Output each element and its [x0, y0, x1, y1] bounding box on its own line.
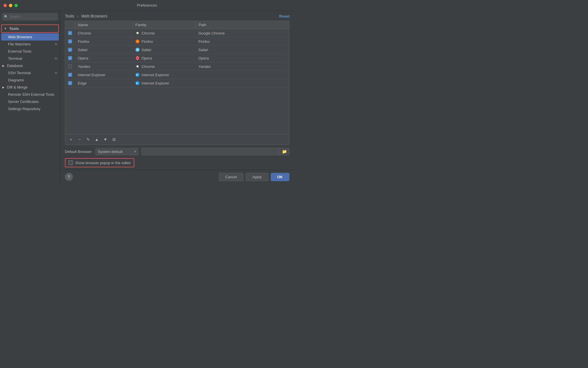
copy-browser-button[interactable]: ⧉ [111, 136, 117, 143]
row-family: Firefox [132, 37, 196, 46]
row-checkbox[interactable]: ✓ [68, 39, 72, 43]
help-button[interactable]: ? [65, 173, 73, 181]
ssh-terminal-copy-icon: ⧉ [55, 71, 57, 75]
breadcrumb-tools: Tools [65, 14, 74, 18]
svg-point-10 [137, 66, 138, 67]
database-arrow: ▶ [2, 64, 5, 67]
col-check [65, 21, 75, 29]
path-input-wrapper: 📁 [141, 148, 289, 155]
add-browser-button[interactable]: + [67, 136, 74, 143]
sidebar-item-server-certs-label: Server Certificates [8, 99, 39, 104]
row-path [196, 79, 289, 87]
row-checkbox-cell: ✓ [65, 79, 75, 87]
sidebar-item-diff-merge-label: Diff & Merge [7, 85, 28, 89]
row-name: Chrome [75, 29, 132, 37]
browser-table-area: Name Family Path ✓ Chrome Chrome [65, 21, 289, 145]
title-bar: Preferences [0, 0, 294, 11]
row-name: Opera [75, 54, 132, 62]
default-browser-row: Default Browser: System default Chrome F… [65, 148, 289, 155]
default-browser-select-wrapper: System default Chrome Firefox Safari Ope… [95, 148, 138, 155]
window-controls [3, 4, 18, 7]
table-scroll: Name Family Path ✓ Chrome Chrome [65, 21, 289, 134]
remove-browser-button[interactable]: − [76, 136, 83, 143]
sidebar-item-settings-repo-label: Settings Repository [8, 107, 40, 111]
sidebar-item-terminal[interactable]: Terminal ⧉ [0, 55, 60, 62]
row-path [196, 71, 289, 79]
table-row[interactable]: ✓ Opera Opera Opera [65, 54, 289, 62]
row-checkbox-cell [65, 62, 75, 71]
row-path: Google Chrome [196, 29, 289, 37]
window-title: Preferences [137, 3, 157, 7]
row-family: e Internet Explorer [132, 79, 196, 87]
dialog-footer: ? Cancel Apply OK [60, 170, 294, 184]
sidebar-item-file-watchers-label: File Watchers [8, 42, 31, 46]
browser-path-input[interactable] [142, 148, 279, 155]
close-button[interactable] [3, 4, 7, 7]
file-watchers-copy-icon: ⧉ [55, 42, 57, 46]
row-checkbox[interactable]: ✓ [68, 81, 72, 85]
svg-text:e: e [136, 73, 138, 76]
row-family: Safari [132, 46, 196, 54]
move-down-button[interactable]: ▼ [102, 136, 109, 143]
table-row[interactable]: ✓ Safari Safari Safari [65, 46, 289, 54]
table-row[interactable]: ✓ Internet Explorer e Internet Explorer [65, 71, 289, 79]
sidebar-item-diagrams-label: Diagrams [8, 78, 24, 82]
tools-arrow: ▼ [4, 27, 7, 30]
sidebar: 🔍 ▼ Tools Web Browsers File Watchers ⧉ E… [0, 11, 60, 184]
sidebar-item-server-certs[interactable]: Server Certificates [0, 98, 60, 105]
edit-browser-button[interactable]: ✎ [85, 136, 92, 143]
sidebar-item-remote-ssh[interactable]: Remote SSH External Tools [0, 91, 60, 98]
table-row[interactable]: ✓ Firefox Firefox Firefox [65, 37, 289, 46]
sidebar-search-container: 🔍 [0, 11, 60, 23]
sidebar-item-file-watchers[interactable]: File Watchers ⧉ [0, 41, 60, 48]
table-row[interactable]: ✓ Edge e Internet Explorer [65, 79, 289, 87]
row-family: e Internet Explorer [132, 71, 196, 79]
show-popup-checkbox[interactable] [68, 160, 73, 165]
ok-button[interactable]: OK [271, 173, 290, 181]
row-family: Chrome [132, 62, 196, 71]
row-checkbox[interactable]: ✓ [68, 56, 72, 60]
sidebar-item-external-tools[interactable]: External Tools [0, 48, 60, 55]
sidebar-item-external-tools-label: External Tools [8, 49, 31, 53]
row-name: Edge [75, 79, 132, 87]
table-row[interactable]: Yandex Chrome Yandex [65, 62, 289, 71]
sidebar-item-diff-merge[interactable]: ▶ Diff & Merge [0, 84, 60, 91]
table-toolbar: + − ✎ ▲ ▼ ⧉ [65, 134, 289, 145]
row-checkbox[interactable]: ✓ [68, 73, 72, 77]
row-checkbox[interactable] [68, 64, 72, 68]
row-path: Safari [196, 46, 289, 54]
reset-button[interactable]: Reset [279, 14, 289, 18]
move-up-button[interactable]: ▲ [93, 136, 100, 143]
apply-button[interactable]: Apply [246, 173, 268, 181]
cancel-button[interactable]: Cancel [219, 173, 243, 181]
breadcrumb-web-browsers: Web Browsers [81, 14, 107, 18]
row-checkbox[interactable]: ✓ [68, 48, 72, 52]
row-checkbox-cell: ✓ [65, 46, 75, 54]
col-name: Name [75, 21, 132, 29]
maximize-button[interactable] [14, 4, 18, 7]
row-checkbox[interactable]: ✓ [68, 31, 72, 35]
table-row[interactable]: ✓ Chrome Chrome Google Chrome [65, 29, 289, 37]
row-name: Yandex [75, 62, 132, 71]
row-name: Safari [75, 46, 132, 54]
browser-table: Name Family Path ✓ Chrome Chrome [65, 21, 289, 87]
sidebar-item-ssh-terminal-label: SSH Terminal [8, 71, 31, 75]
right-panel: Tools › Web Browsers Reset Name Family P… [60, 11, 294, 184]
sidebar-item-ssh-terminal[interactable]: SSH Terminal ⧉ [0, 69, 60, 76]
row-checkbox-cell: ✓ [65, 54, 75, 62]
search-input[interactable] [2, 13, 58, 20]
col-path: Path [196, 21, 289, 29]
svg-point-1 [137, 32, 138, 34]
diff-merge-arrow: ▶ [2, 86, 5, 89]
sidebar-item-web-browsers[interactable]: Web Browsers [1, 33, 59, 41]
browse-path-button[interactable]: 📁 [279, 148, 289, 155]
sidebar-item-diagrams[interactable]: Diagrams [0, 76, 60, 84]
panel-header: Tools › Web Browsers Reset [60, 11, 294, 21]
row-path: Yandex [196, 62, 289, 71]
sidebar-item-settings-repo[interactable]: Settings Repository [0, 105, 60, 112]
sidebar-item-tools[interactable]: ▼ Tools [1, 24, 59, 33]
default-browser-select[interactable]: System default Chrome Firefox Safari Ope… [95, 148, 138, 155]
row-checkbox-cell: ✓ [65, 71, 75, 79]
minimize-button[interactable] [9, 4, 12, 7]
sidebar-item-database[interactable]: ▶ Database [0, 62, 60, 69]
